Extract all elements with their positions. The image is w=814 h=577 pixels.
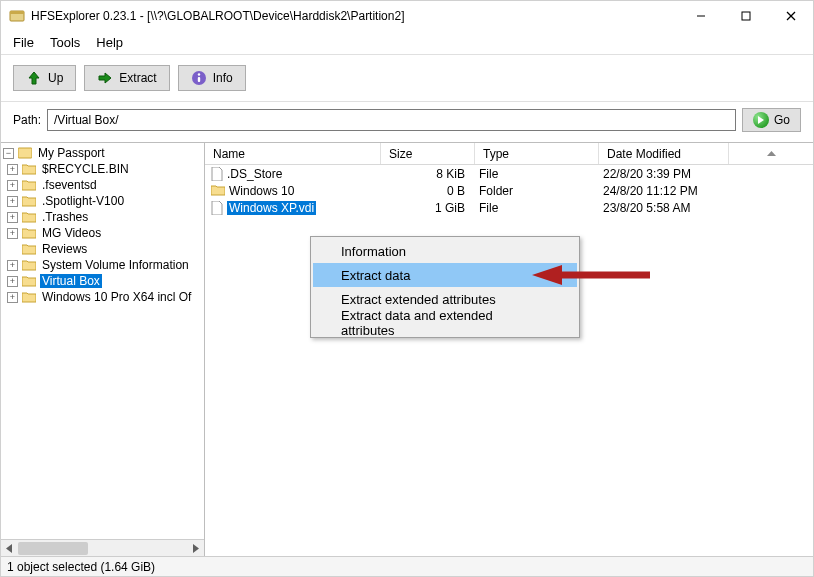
list-pane: Name Size Type Date Modified .DS_Store 8…	[205, 143, 813, 556]
expand-icon[interactable]: +	[7, 180, 18, 191]
tree-root-label: My Passport	[36, 146, 107, 160]
list-row[interactable]: Windows XP.vdi 1 GiB File 23/8/20 5:58 A…	[205, 199, 813, 216]
tree-item[interactable]: +Virtual Box	[1, 273, 204, 289]
row-type: Folder	[475, 184, 599, 198]
go-icon	[753, 112, 769, 128]
col-name[interactable]: Name	[205, 143, 381, 164]
expand-icon[interactable]: +	[7, 228, 18, 239]
main-split: − My Passport +$RECYCLE.BIN +.fseventsd …	[1, 142, 813, 556]
row-name: Windows 10	[229, 184, 294, 198]
titlebar: HFSExplorer 0.23.1 - [\\?\GLOBALROOT\Dev…	[1, 1, 813, 31]
folder-icon	[22, 163, 36, 175]
list-row[interactable]: .DS_Store 8 KiB File 22/8/20 3:39 PM	[205, 165, 813, 182]
scroll-thumb[interactable]	[18, 542, 88, 555]
scroll-right-icon[interactable]	[187, 540, 204, 557]
tree-item-label: .Trashes	[40, 210, 90, 224]
chevron-up-icon	[767, 151, 776, 156]
extract-button[interactable]: Extract	[84, 65, 169, 91]
row-type: File	[475, 201, 599, 215]
menu-tools[interactable]: Tools	[44, 33, 86, 52]
tree-item-label: $RECYCLE.BIN	[40, 162, 131, 176]
col-sort-indicator[interactable]	[729, 143, 813, 164]
maximize-button[interactable]	[723, 1, 768, 31]
tree-item[interactable]: Reviews	[1, 241, 204, 257]
context-menu[interactable]: Information Extract data Extract extende…	[310, 236, 580, 338]
menu-help[interactable]: Help	[90, 33, 129, 52]
tree-item-label: .fseventsd	[40, 178, 99, 192]
scroll-track[interactable]	[18, 540, 187, 557]
collapse-icon[interactable]: −	[3, 148, 14, 159]
folder-icon	[22, 259, 36, 271]
up-button[interactable]: Up	[13, 65, 76, 91]
svg-point-7	[197, 73, 199, 75]
folder-icon	[22, 243, 36, 255]
expand-icon[interactable]: +	[7, 212, 18, 223]
expand-icon[interactable]: +	[7, 276, 18, 287]
row-type: File	[475, 167, 599, 181]
tree-item[interactable]: +Windows 10 Pro X64 incl Of	[1, 289, 204, 305]
tree-item[interactable]: +.fseventsd	[1, 177, 204, 193]
list-body[interactable]: .DS_Store 8 KiB File 22/8/20 3:39 PM Win…	[205, 165, 813, 556]
svg-rect-1	[10, 11, 24, 14]
up-arrow-icon	[26, 70, 42, 86]
file-icon	[211, 167, 223, 181]
expand-icon[interactable]: +	[7, 292, 18, 303]
row-size: 0 B	[381, 184, 475, 198]
col-size[interactable]: Size	[381, 143, 475, 164]
up-label: Up	[48, 71, 63, 85]
list-row[interactable]: Windows 10 0 B Folder 24/8/20 11:12 PM	[205, 182, 813, 199]
menubar: File Tools Help	[1, 31, 813, 54]
folder-icon	[22, 227, 36, 239]
svg-rect-8	[197, 77, 199, 82]
go-button[interactable]: Go	[742, 108, 801, 132]
window-title: HFSExplorer 0.23.1 - [\\?\GLOBALROOT\Dev…	[31, 9, 678, 23]
row-name: Windows XP.vdi	[227, 201, 316, 215]
tree-h-scrollbar[interactable]	[1, 539, 204, 556]
list-header: Name Size Type Date Modified	[205, 143, 813, 165]
col-type[interactable]: Type	[475, 143, 599, 164]
col-date[interactable]: Date Modified	[599, 143, 729, 164]
row-name: .DS_Store	[227, 167, 282, 181]
expand-icon[interactable]: +	[7, 196, 18, 207]
info-button[interactable]: Info	[178, 65, 246, 91]
tree-item[interactable]: +System Volume Information	[1, 257, 204, 273]
svg-rect-3	[742, 12, 750, 20]
folder-icon	[22, 195, 36, 207]
minimize-button[interactable]	[678, 1, 723, 31]
ctx-extract-data[interactable]: Extract data	[313, 263, 577, 287]
expand-icon[interactable]: +	[7, 164, 18, 175]
scroll-left-icon[interactable]	[1, 540, 18, 557]
row-date: 24/8/20 11:12 PM	[599, 184, 729, 198]
folder-icon	[22, 211, 36, 223]
app-icon	[9, 8, 25, 24]
file-icon	[211, 201, 223, 215]
status-text: 1 object selected (1.64 GiB)	[7, 560, 155, 574]
folder-icon	[22, 179, 36, 191]
extract-arrow-icon	[97, 70, 113, 86]
tree-item[interactable]: +.Trashes	[1, 209, 204, 225]
tree-item[interactable]: +$RECYCLE.BIN	[1, 161, 204, 177]
folder-icon	[22, 291, 36, 303]
path-row: Path: Go	[1, 102, 813, 142]
drive-icon	[18, 147, 32, 159]
close-button[interactable]	[768, 1, 813, 31]
toolbar: Up Extract Info	[1, 54, 813, 102]
row-date: 22/8/20 3:39 PM	[599, 167, 729, 181]
ctx-information[interactable]: Information	[313, 239, 577, 263]
row-date: 23/8/20 5:58 AM	[599, 201, 729, 215]
tree-body[interactable]: − My Passport +$RECYCLE.BIN +.fseventsd …	[1, 143, 204, 539]
tree-item-label: .Spotlight-V100	[40, 194, 126, 208]
menu-file[interactable]: File	[7, 33, 40, 52]
tree-item[interactable]: +MG Videos	[1, 225, 204, 241]
expand-icon[interactable]: +	[7, 260, 18, 271]
tree-item-label: MG Videos	[40, 226, 103, 240]
path-input[interactable]	[47, 109, 736, 131]
path-label: Path:	[13, 113, 41, 127]
tree-item-label: Virtual Box	[40, 274, 102, 288]
ctx-extract-data-and-ext[interactable]: Extract data and extended attributes	[313, 311, 577, 335]
svg-rect-9	[18, 148, 32, 158]
info-icon	[191, 70, 207, 86]
tree-root[interactable]: − My Passport	[1, 145, 204, 161]
extract-label: Extract	[119, 71, 156, 85]
tree-item[interactable]: +.Spotlight-V100	[1, 193, 204, 209]
